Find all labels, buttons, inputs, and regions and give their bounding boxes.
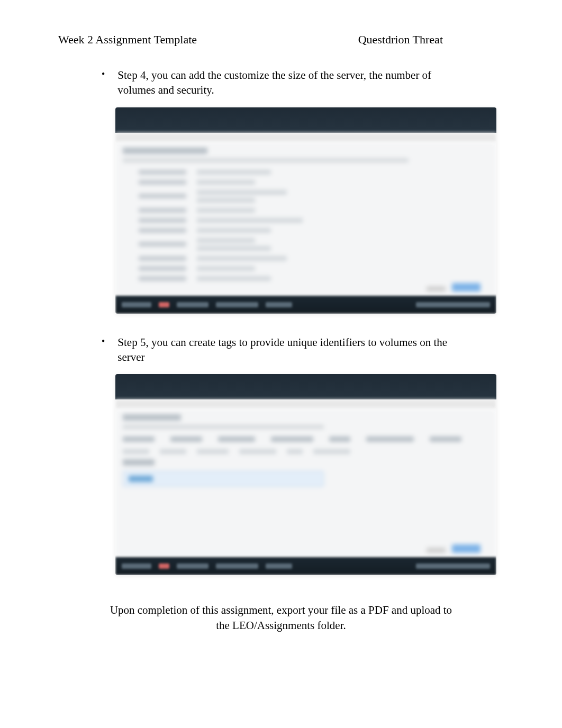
blurred-row bbox=[123, 208, 489, 213]
blurred-row bbox=[123, 276, 489, 281]
blurred-row bbox=[123, 266, 489, 271]
screenshot-titlebar bbox=[115, 374, 496, 399]
bullet-icon: • bbox=[102, 335, 105, 365]
blurred-columns bbox=[123, 436, 489, 442]
document-content: • Step 4, you can add the customize the … bbox=[0, 68, 562, 633]
header-left-title: Week 2 Assignment Template bbox=[58, 33, 197, 47]
blurred-label bbox=[123, 459, 155, 466]
header-right-name: Questdrion Threat bbox=[358, 33, 504, 47]
blurred-row bbox=[123, 238, 489, 251]
screenshot-titlebar bbox=[115, 107, 496, 133]
bullet-text: Step 4, you can add the customize the si… bbox=[117, 68, 456, 98]
blurred-row bbox=[123, 228, 489, 233]
page-header: Week 2 Assignment Template Questdrion Th… bbox=[0, 0, 562, 47]
screenshot-taskbar bbox=[115, 296, 496, 314]
blurred-heading bbox=[123, 148, 207, 154]
blurred-row bbox=[123, 449, 489, 454]
blurred-primary-button bbox=[452, 544, 481, 553]
blurred-primary-button bbox=[452, 283, 481, 292]
footer-instructions: Upon completion of this assignment, expo… bbox=[58, 603, 504, 633]
blurred-cancel-button bbox=[427, 286, 446, 292]
bullet-icon: • bbox=[102, 68, 105, 98]
screenshot-taskbar bbox=[115, 557, 496, 575]
screenshot-body bbox=[115, 142, 496, 296]
embedded-screenshot-1 bbox=[115, 107, 496, 314]
screenshot-body bbox=[115, 409, 496, 557]
blurred-description bbox=[123, 425, 324, 429]
blurred-row bbox=[123, 170, 489, 175]
embedded-screenshot-2 bbox=[115, 374, 496, 575]
screenshot-tabs bbox=[115, 399, 496, 409]
blurred-row bbox=[123, 256, 489, 261]
blurred-description bbox=[123, 158, 409, 162]
blurred-row bbox=[123, 218, 489, 223]
blurred-info-box bbox=[123, 471, 324, 487]
bullet-text: Step 5, you can create tags to provide u… bbox=[117, 335, 456, 365]
blurred-row bbox=[123, 190, 489, 203]
blurred-cancel-button bbox=[427, 548, 446, 553]
blurred-heading bbox=[123, 414, 181, 421]
bullet-step-4: • Step 4, you can add the customize the … bbox=[102, 68, 504, 98]
blurred-row bbox=[123, 180, 489, 185]
bullet-step-5: • Step 5, you can create tags to provide… bbox=[102, 335, 504, 365]
screenshot-tabs bbox=[115, 133, 496, 142]
